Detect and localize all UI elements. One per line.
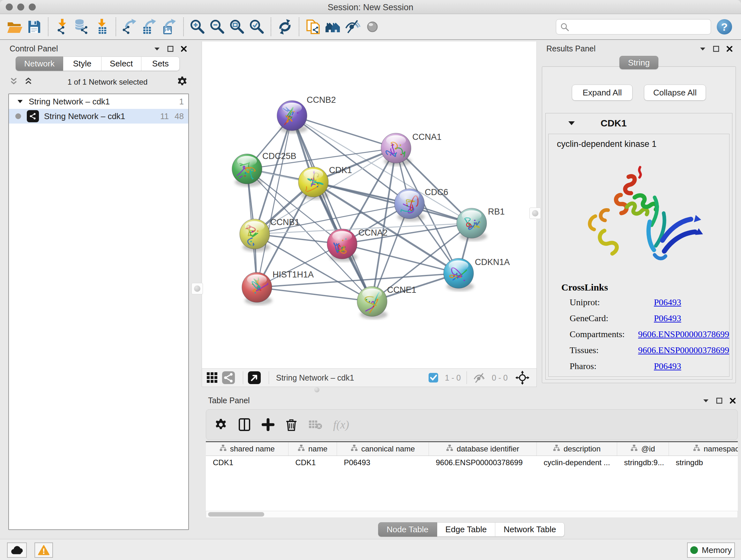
- help-button[interactable]: ?: [717, 19, 732, 35]
- crosslink-link[interactable]: P06493: [654, 361, 681, 371]
- node-CCNE1[interactable]: [357, 287, 387, 319]
- network-canvas[interactable]: CCNB2CCNA1CDC25BCDK1CDC6RB1CCNB1CCNA2CDK…: [202, 42, 537, 368]
- function-builder-icon[interactable]: f(x): [333, 418, 349, 431]
- zoom-in-icon[interactable]: [188, 17, 207, 37]
- column-header-description[interactable]: description: [536, 442, 617, 455]
- cloud-icon[interactable]: [7, 543, 27, 558]
- network-row-selected[interactable]: String Network – cdk1 11 48: [9, 109, 188, 124]
- edge-CCNB2-HIST1H1A[interactable]: [257, 116, 292, 287]
- node-CDC6[interactable]: [394, 189, 425, 221]
- import-network-from-file-icon[interactable]: [52, 17, 72, 37]
- control-panel-menu-icon[interactable]: [154, 47, 160, 51]
- column-header-database-identifier[interactable]: database identifier: [428, 442, 536, 455]
- hidden-eye-icon[interactable]: [473, 372, 485, 383]
- zoom-out-icon[interactable]: [207, 17, 227, 37]
- tab-string[interactable]: String: [619, 56, 658, 69]
- column-header-@id[interactable]: @id: [617, 442, 669, 455]
- collapse-all-button[interactable]: Collapse All: [644, 84, 706, 101]
- table-horizontal-scrollbar[interactable]: [206, 511, 738, 518]
- delete-column-icon[interactable]: [285, 418, 297, 432]
- add-column-icon[interactable]: [262, 418, 274, 431]
- warning-icon[interactable]: [35, 543, 53, 558]
- network-graph[interactable]: CCNB2CCNA1CDC25BCDK1CDC6RB1CCNB1CCNA2CDK…: [202, 42, 537, 368]
- node-table[interactable]: shared namenamecanonical namedatabase id…: [206, 441, 738, 511]
- crosslink-link[interactable]: 9606.ENSP00000378699: [638, 329, 729, 339]
- export-table-icon[interactable]: [140, 17, 159, 37]
- birds-eye-icon[interactable]: [248, 371, 261, 384]
- table-row[interactable]: CDK1CDK1P064939606.ENSP00000378699cyclin…: [206, 455, 738, 470]
- column-header-shared-name[interactable]: shared name: [206, 442, 288, 455]
- node-RB1[interactable]: [457, 208, 487, 241]
- scrollbar-thumb[interactable]: [208, 512, 264, 516]
- network-collection-row[interactable]: String Network – cdk1 1: [9, 94, 188, 109]
- selected-checkbox[interactable]: [428, 373, 439, 383]
- node-CCNA2[interactable]: [327, 229, 357, 261]
- node-CDK1[interactable]: [298, 167, 329, 199]
- tab-select[interactable]: Select: [102, 57, 141, 71]
- tab-sets[interactable]: Sets: [141, 57, 180, 71]
- table-toolbar: f(x): [206, 409, 738, 440]
- table-panel-close-icon[interactable]: [730, 397, 736, 404]
- results-panel-close-icon[interactable]: [726, 46, 733, 52]
- delete-table-icon[interactable]: [308, 419, 322, 430]
- open-session-icon[interactable]: [4, 17, 24, 37]
- tab-network-table[interactable]: Network Table: [495, 522, 564, 537]
- right-splitter-handle[interactable]: [529, 207, 541, 219]
- settings-gear-icon[interactable]: [214, 418, 227, 431]
- clone-network-icon[interactable]: [303, 17, 323, 37]
- edge-CCNB2-CCNA1[interactable]: [292, 116, 396, 148]
- gene-collapse-icon[interactable]: [568, 121, 575, 126]
- control-panel-close-icon[interactable]: [181, 46, 187, 52]
- show-columns-icon[interactable]: [238, 418, 251, 432]
- main-toolbar: ?: [0, 14, 741, 40]
- node-CCNB2[interactable]: [277, 101, 307, 133]
- column-header-name[interactable]: name: [288, 442, 337, 455]
- hide-graphics-details-icon[interactable]: [343, 17, 362, 37]
- string-home-icon[interactable]: [323, 17, 343, 37]
- import-table-from-file-icon[interactable]: [92, 17, 112, 37]
- search-input[interactable]: [556, 19, 711, 35]
- results-panel-float-icon[interactable]: [713, 46, 719, 52]
- tab-network[interactable]: Network: [16, 57, 63, 71]
- edge-HIST1H1A-CCNE1[interactable]: [257, 287, 372, 301]
- node-HIST1H1A[interactable]: [242, 272, 272, 305]
- save-session-icon[interactable]: [24, 17, 44, 37]
- share-icon[interactable]: [222, 371, 235, 384]
- memory-button[interactable]: Memory: [687, 543, 735, 558]
- control-panel-float-icon[interactable]: [167, 46, 174, 52]
- tab-node-table[interactable]: Node Table: [378, 522, 437, 537]
- crosslink-link[interactable]: P06493: [654, 313, 681, 323]
- table-panel-menu-icon[interactable]: [703, 398, 709, 403]
- node-CCNA1[interactable]: [381, 133, 411, 166]
- column-header-canonical-name[interactable]: canonical name: [337, 442, 428, 455]
- network-node-count: 11: [160, 111, 169, 121]
- collapse-all-networks-icon[interactable]: [23, 77, 33, 87]
- zoom-fit-content-icon[interactable]: [227, 17, 247, 37]
- results-panel-menu-icon[interactable]: [699, 47, 706, 51]
- collection-expand-icon[interactable]: [17, 99, 23, 104]
- crosslink-link[interactable]: P06493: [654, 297, 681, 307]
- node-CDC25B[interactable]: [232, 154, 262, 186]
- table-panel-float-icon[interactable]: [716, 397, 723, 404]
- zoom-selected-icon[interactable]: [247, 17, 267, 37]
- search-container: [556, 19, 711, 35]
- window-title: Session: New Session: [0, 3, 741, 12]
- network-options-gear-icon[interactable]: [177, 76, 188, 88]
- export-network-icon[interactable]: [120, 17, 140, 37]
- tab-style[interactable]: Style: [63, 57, 102, 71]
- grid-icon[interactable]: [206, 371, 219, 384]
- expand-all-button[interactable]: Expand All: [572, 84, 632, 101]
- crosslink-link[interactable]: 9606.ENSP00000378699: [638, 345, 729, 355]
- fit-selection-icon[interactable]: [515, 371, 529, 385]
- node-CCNB1[interactable]: [240, 219, 270, 252]
- column-header-namespace[interactable]: namespace: [669, 442, 738, 455]
- tab-edge-table[interactable]: Edge Table: [437, 522, 495, 537]
- refresh-view-icon[interactable]: [275, 17, 295, 37]
- left-splitter-handle[interactable]: [192, 283, 203, 294]
- import-network-from-database-icon[interactable]: [72, 17, 92, 37]
- expand-all-networks-icon[interactable]: [9, 77, 18, 87]
- node-CDKN1A[interactable]: [444, 258, 474, 291]
- export-image-icon[interactable]: [159, 17, 179, 37]
- show-graphics-details-icon[interactable]: [362, 17, 382, 37]
- horizontal-splitter-handle[interactable]: [313, 387, 321, 393]
